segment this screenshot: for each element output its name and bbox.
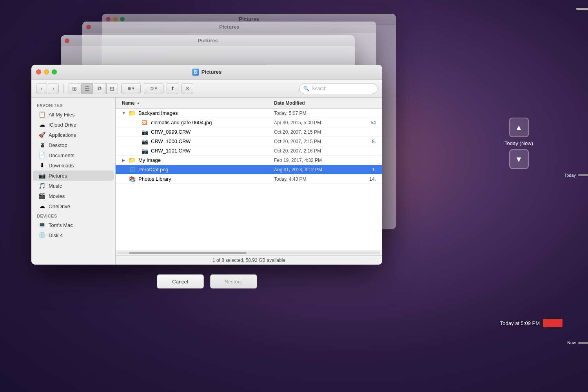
file-row-photos-library[interactable]: 📚 Photos Library Today, 4:43 PM 14. xyxy=(116,174,382,184)
movies-icon: 🎬 xyxy=(38,192,45,200)
action-button[interactable]: ⚙▾ xyxy=(144,83,163,94)
file-row-backyard-images[interactable]: ▼ 📁 Backyard Images Today, 5:07 PM xyxy=(116,109,382,118)
file-name: CRW_1000.CRW xyxy=(151,138,274,144)
documents-icon: 📄 xyxy=(38,152,45,159)
expand-arrow: ▼ xyxy=(122,111,128,115)
timemachine-down-button[interactable]: ▼ xyxy=(509,149,529,169)
sidebar-item-documents[interactable]: 📄 Documents xyxy=(33,150,114,160)
coverflow-view-button[interactable]: ⊟ xyxy=(106,83,118,94)
downloads-icon: ⬇ xyxy=(38,162,45,169)
search-input[interactable]: Search xyxy=(312,86,327,91)
folder-icon: 🖼 xyxy=(192,69,199,76)
sidebar-item-downloads[interactable]: ⬇ Downloads xyxy=(33,160,114,171)
finder-window: 🖼 Pictures ‹ › ⊞ ☰ ⧉ ⊟ ⊞▾ ⚙▾ ⬆ ⊙ 🔍 Searc… xyxy=(31,65,382,265)
dialog-buttons: Cancel Restore xyxy=(31,274,382,289)
raw-icon: 📷 xyxy=(141,147,149,154)
today-at-label: Today at 5:09 PM xyxy=(500,320,540,326)
close-button[interactable] xyxy=(36,69,41,74)
maximize-button[interactable] xyxy=(52,69,57,74)
file-date: Today, 4:43 PM xyxy=(274,176,352,182)
all-my-files-icon: 📋 xyxy=(38,111,45,118)
file-size: 9. xyxy=(352,139,376,144)
file-date: Oct 20, 2007, 2:16 PM xyxy=(274,148,352,154)
file-row-crw0999[interactable]: 📷 CRW_0999.CRW Oct 20, 2007, 2:15 PM xyxy=(116,127,382,137)
sidebar-label-movies: Movies xyxy=(49,193,65,199)
timemachine-now-label: Today (Now) xyxy=(505,140,533,146)
horizontal-scrollbar[interactable] xyxy=(116,250,382,255)
sidebar-item-pictures[interactable]: 📷 Pictures xyxy=(33,171,114,181)
file-list: ▼ 📁 Backyard Images Today, 5:07 PM 🖼 cle… xyxy=(116,109,382,250)
sidebar-item-disk-4[interactable]: 💿 Disk 4 xyxy=(33,230,114,240)
sidebar-label-onedrive: OneDrive xyxy=(49,203,70,209)
col-date-header[interactable]: Date Modified xyxy=(274,100,352,106)
col-name-header[interactable]: Name ▲ xyxy=(122,100,274,106)
toolbar-sep-1 xyxy=(64,84,64,93)
file-date: Feb 19, 2017, 4:32 PM xyxy=(274,158,352,163)
forward-button[interactable]: › xyxy=(48,83,59,94)
status-bar: 1 of 8 selected, 58.92 GB available xyxy=(116,255,382,265)
timeline-label-today: Today xyxy=(564,173,576,178)
toolbar: ‹ › ⊞ ☰ ⧉ ⊟ ⊞▾ ⚙▾ ⬆ ⊙ 🔍 Search xyxy=(31,80,382,98)
icon-view-button[interactable]: ⊞ xyxy=(69,83,80,94)
sidebar-label-desktop: Desktop xyxy=(49,142,67,148)
traffic-lights xyxy=(36,69,57,74)
file-row-my-image[interactable]: ▶ 📁 My Image Feb 19, 2017, 4:32 PM xyxy=(116,156,382,165)
scrollbar-thumb[interactable] xyxy=(129,252,247,254)
file-date: Oct 20, 2007, 2:15 PM xyxy=(274,129,352,135)
sort-arrow: ▲ xyxy=(136,101,140,105)
sidebar-item-icloud-drive[interactable]: ☁ iCloud Drive xyxy=(33,120,114,130)
file-name: Backyard Images xyxy=(138,110,274,116)
view-buttons: ⊞ ☰ ⧉ ⊟ xyxy=(69,83,118,94)
window-title-area: 🖼 Pictures xyxy=(192,69,221,76)
search-box[interactable]: 🔍 Search xyxy=(299,83,377,94)
onedrive-icon: ☁ xyxy=(38,203,45,210)
png-icon: 🖼 xyxy=(128,166,136,173)
file-name: CRW_1001.CRW xyxy=(151,148,274,154)
sidebar-item-toms-mac[interactable]: 💻 Tom's Mac xyxy=(33,220,114,230)
sidebar-label-downloads: Downloads xyxy=(49,163,74,169)
music-icon: 🎵 xyxy=(38,182,45,189)
file-date: Today, 5:07 PM xyxy=(274,111,352,116)
sidebar-item-onedrive[interactable]: ☁ OneDrive xyxy=(33,201,114,211)
titlebar: 🖼 Pictures xyxy=(31,65,382,80)
status-text: 1 of 8 selected, 58.92 GB available xyxy=(212,258,285,263)
nav-buttons: ‹ › xyxy=(36,83,59,94)
sidebar-item-movies[interactable]: 🎬 Movies xyxy=(33,191,114,201)
sidebar-item-desktop[interactable]: 🖥 Desktop xyxy=(33,140,114,150)
tag-button[interactable]: ⊙ xyxy=(181,83,193,94)
share-button[interactable]: ⬆ xyxy=(167,83,178,94)
window-title: Pictures xyxy=(201,69,221,75)
sidebar-label-icloud-drive: iCloud Drive xyxy=(49,122,76,128)
timeline-item-bottom: Now xyxy=(567,340,588,345)
image-icon: 🖼 xyxy=(141,119,149,126)
file-row-clematis[interactable]: 🖼 clematis and gate 0604.jpg Apr 30, 201… xyxy=(116,118,382,127)
icloud-drive-icon: ☁ xyxy=(38,121,45,128)
timeline-bar xyxy=(576,8,588,10)
sidebar-item-all-my-files[interactable]: 📋 All My Files xyxy=(33,109,114,120)
file-row-crw1001[interactable]: 📷 CRW_1001.CRW Oct 20, 2007, 2:16 PM xyxy=(116,146,382,156)
timemachine-up-button[interactable]: ▲ xyxy=(509,118,529,137)
raw-icon: 📷 xyxy=(141,129,149,136)
column-headers: Name ▲ Date Modified xyxy=(116,98,382,109)
file-row-perotcat[interactable]: 🖼 PerotCat.png Aug 31, 2013, 3:12 PM 1. xyxy=(116,165,382,174)
sidebar-label-documents: Documents xyxy=(49,152,74,158)
file-date: Aug 31, 2013, 3:12 PM xyxy=(274,167,352,172)
sidebar-item-music[interactable]: 🎵 Music xyxy=(33,181,114,191)
file-name: My Image xyxy=(138,157,274,163)
arrange-button[interactable]: ⊞▾ xyxy=(121,83,141,94)
cancel-button[interactable]: Cancel xyxy=(157,274,204,289)
sidebar-item-applications[interactable]: 🚀 Applications xyxy=(33,130,114,140)
restore-button[interactable]: Restore xyxy=(210,274,257,289)
file-name: PerotCat.png xyxy=(138,167,274,172)
back-button[interactable]: ‹ xyxy=(36,83,47,94)
list-view-button[interactable]: ☰ xyxy=(81,83,93,94)
content-area: Favorites 📋 All My Files ☁ iCloud Drive … xyxy=(31,98,382,265)
timeline-bar-mid xyxy=(578,174,588,176)
minimize-button[interactable] xyxy=(44,69,49,74)
column-view-button[interactable]: ⧉ xyxy=(94,83,105,94)
file-size: 14. xyxy=(352,176,376,182)
file-row-crw1000[interactable]: 📷 CRW_1000.CRW Oct 20, 2007, 2:15 PM 9. xyxy=(116,137,382,146)
folder-icon: 📁 xyxy=(128,110,136,117)
devices-header: Devices xyxy=(31,211,115,220)
timeline-label-now: Now xyxy=(567,340,576,345)
